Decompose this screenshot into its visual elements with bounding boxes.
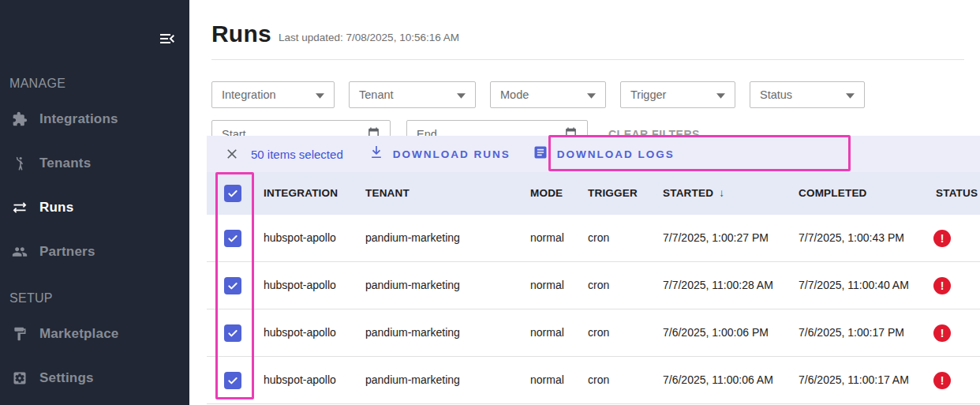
- header-divider: [211, 59, 964, 60]
- sidebar-item-runs[interactable]: Runs: [0, 197, 189, 218]
- cell-trigger: cron: [588, 357, 609, 403]
- row-checkbox[interactable]: [224, 230, 241, 247]
- column-header-trigger[interactable]: TRIGGER: [588, 172, 638, 215]
- table-row[interactable]: hubspot-apollo pandium-marketing normal …: [207, 357, 980, 404]
- sidebar: MANAGE Integrations Tenants Runs: [0, 0, 189, 405]
- chevron-down-icon: [457, 88, 466, 102]
- cell-started: 7/7/2025, 11:00:28 AM: [663, 262, 773, 309]
- cell-integration: hubspot-apollo: [264, 215, 336, 261]
- column-header-tenant[interactable]: TENANT: [365, 172, 410, 215]
- tenant-filter-dropdown[interactable]: Tenant: [349, 81, 476, 108]
- cell-completed: 7/6/2025, 1:00:17 PM: [799, 309, 904, 356]
- sidebar-item-label: Runs: [39, 200, 73, 216]
- chevron-down-icon: [846, 88, 855, 102]
- collapse-sidebar-button[interactable]: [158, 29, 177, 48]
- cell-tenant: pandium-marketing: [365, 309, 460, 356]
- cell-trigger: cron: [588, 262, 609, 309]
- cell-integration: hubspot-apollo: [264, 262, 336, 309]
- menu-open-icon: [158, 37, 177, 51]
- cell-tenant: pandium-marketing: [365, 215, 460, 261]
- cell-mode: normal: [530, 215, 564, 261]
- sidebar-item-integrations[interactable]: Integrations: [0, 109, 189, 129]
- row-checkbox[interactable]: [224, 372, 241, 389]
- sort-descending-icon: ↓: [719, 187, 724, 199]
- dropdown-label: Trigger: [630, 88, 666, 101]
- cell-started: 7/7/2025, 1:00:27 PM: [663, 215, 769, 261]
- download-runs-button[interactable]: DOWNLOAD RUNS: [368, 144, 511, 163]
- integration-filter-dropdown[interactable]: Integration: [211, 81, 335, 108]
- row-checkbox[interactable]: [224, 324, 241, 342]
- gear-square-icon: [11, 369, 28, 387]
- sidebar-item-label: Settings: [39, 370, 94, 386]
- sidebar-item-tenants[interactable]: Tenants: [0, 153, 189, 174]
- chevron-down-icon: [587, 88, 596, 102]
- runs-page: MANAGE Integrations Tenants Runs: [0, 0, 980, 405]
- table-row[interactable]: hubspot-apollo pandium-marketing normal …: [207, 309, 980, 357]
- cell-tenant: pandium-marketing: [365, 262, 460, 309]
- sidebar-item-label: Tenants: [39, 156, 91, 171]
- cell-mode: normal: [530, 309, 564, 356]
- runs-table: INTEGRATION TENANT MODE TRIGGER STARTED↓…: [207, 172, 980, 404]
- cell-completed: 7/6/2025, 11:00:17 AM: [799, 357, 909, 403]
- column-header-integration[interactable]: INTEGRATION: [264, 172, 338, 215]
- sidebar-item-partners[interactable]: Partners: [0, 242, 189, 262]
- main-content: Runs Last updated: 7/08/2025, 10:56:16 A…: [189, 0, 980, 405]
- sidebar-item-label: Integrations: [39, 111, 118, 127]
- sidebar-item-settings[interactable]: Settings: [0, 368, 189, 388]
- dropdown-label: Tenant: [359, 88, 394, 101]
- filter-row: Integration Tenant Mode Trigger Status: [211, 81, 865, 108]
- close-selection-button[interactable]: [224, 146, 240, 162]
- dropdown-label: Mode: [500, 88, 529, 101]
- column-header-mode[interactable]: MODE: [530, 172, 563, 215]
- sidebar-item-label: Marketplace: [39, 326, 118, 342]
- cell-started: 7/6/2025, 1:00:06 PM: [663, 309, 769, 356]
- chevron-down-icon: [716, 88, 725, 102]
- cell-completed: 7/7/2025, 1:00:43 PM: [799, 215, 904, 261]
- trigger-filter-dropdown[interactable]: Trigger: [620, 81, 735, 108]
- sidebar-item-marketplace[interactable]: Marketplace: [0, 324, 189, 344]
- row-checkbox[interactable]: [224, 277, 241, 294]
- person-wave-icon: [11, 155, 28, 172]
- mode-filter-dropdown[interactable]: Mode: [490, 81, 606, 108]
- column-header-completed[interactable]: COMPLETED: [799, 172, 867, 215]
- column-header-started-label: STARTED: [663, 187, 713, 199]
- status-filter-dropdown[interactable]: Status: [750, 81, 865, 108]
- swap-arrows-icon: [11, 199, 28, 216]
- table-row[interactable]: hubspot-apollo pandium-marketing normal …: [207, 215, 980, 262]
- puzzle-icon: [11, 111, 28, 128]
- selected-count-text: 50 items selected: [251, 148, 343, 161]
- chevron-down-icon: [316, 88, 324, 102]
- cell-tenant: pandium-marketing: [365, 357, 460, 403]
- cell-mode: normal: [530, 262, 564, 309]
- cell-completed: 7/7/2025, 11:00:40 AM: [799, 262, 909, 309]
- download-logs-button[interactable]: DOWNLOAD LOGS: [533, 144, 675, 163]
- error-status-icon: !: [933, 372, 951, 389]
- cell-integration: hubspot-apollo: [264, 357, 336, 403]
- table-row[interactable]: hubspot-apollo pandium-marketing normal …: [207, 262, 980, 309]
- error-status-icon: !: [933, 230, 951, 247]
- table-body: hubspot-apollo pandium-marketing normal …: [207, 215, 980, 404]
- download-logs-label: DOWNLOAD LOGS: [557, 148, 675, 160]
- dropdown-label: Integration: [222, 88, 276, 101]
- download-icon: [368, 144, 384, 163]
- error-status-icon: !: [933, 277, 951, 294]
- cell-mode: normal: [530, 357, 564, 403]
- error-status-icon: !: [933, 324, 951, 342]
- dropdown-label: Status: [760, 88, 792, 101]
- people-icon: [11, 243, 28, 261]
- page-title: Runs: [211, 21, 271, 47]
- paint-roller-icon: [11, 325, 28, 343]
- cell-trigger: cron: [588, 215, 609, 261]
- column-header-status[interactable]: STATUS: [936, 172, 978, 215]
- document-icon: [533, 144, 548, 163]
- column-header-started[interactable]: STARTED↓: [663, 172, 724, 215]
- table-header-row: INTEGRATION TENANT MODE TRIGGER STARTED↓…: [207, 172, 980, 215]
- sidebar-section-setup: SETUP: [9, 291, 53, 306]
- cell-integration: hubspot-apollo: [264, 309, 336, 356]
- cell-trigger: cron: [588, 309, 609, 356]
- selection-toolbar: 50 items selected DOWNLOAD RUNS DOWNLOAD…: [207, 136, 980, 172]
- last-updated-text: Last updated: 7/08/2025, 10:56:16 AM: [279, 32, 459, 43]
- select-all-checkbox[interactable]: [224, 185, 241, 202]
- download-runs-label: DOWNLOAD RUNS: [393, 148, 511, 160]
- cell-started: 7/6/2025, 11:00:06 AM: [663, 357, 773, 403]
